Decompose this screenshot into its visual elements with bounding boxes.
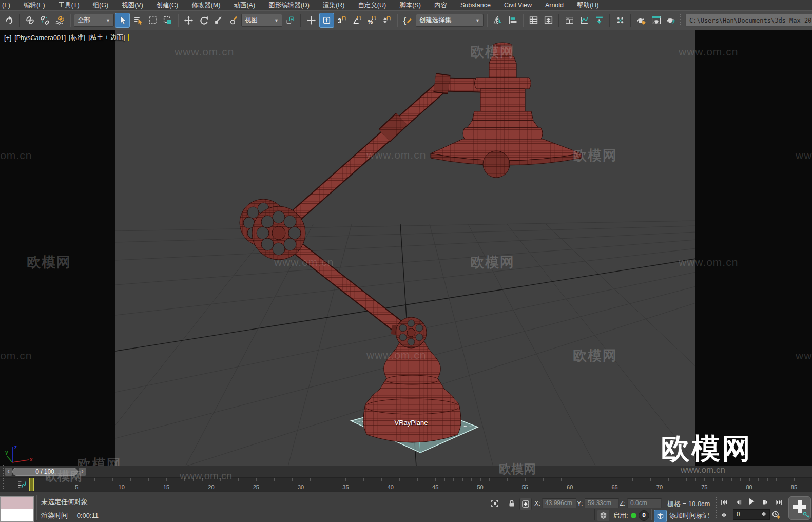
- track-bar[interactable]: 0510152025303540455055606570758085: [0, 478, 812, 491]
- window-crossing-toggle[interactable]: [161, 13, 175, 27]
- menu-item-7[interactable]: 动画(A): [227, 0, 262, 10]
- ruler-tick: [140, 478, 140, 481]
- y-coord-field[interactable]: 59.33cm: [585, 498, 619, 508]
- maxscript-macro-recorder[interactable]: [0, 496, 34, 509]
- key-mode-toggle[interactable]: [718, 509, 730, 520]
- rendered-frame-window-button[interactable]: [649, 13, 663, 27]
- use-pivot-point-center-button[interactable]: [283, 13, 297, 27]
- previous-frame-arrow[interactable]: ‹: [5, 468, 12, 476]
- frame-field-spinner[interactable]: [761, 509, 766, 519]
- go-to-end-button[interactable]: [773, 496, 785, 508]
- menu-item-4[interactable]: 视图(V): [115, 0, 150, 10]
- open-mini-curve-editor-button[interactable]: [15, 479, 28, 490]
- select-and-link-button[interactable]: [23, 13, 37, 27]
- maxscript-mini-listener[interactable]: [0, 509, 34, 522]
- isolate-selection-toggle[interactable]: [489, 498, 500, 509]
- viewport-style-menu[interactable]: [标准]: [69, 33, 85, 42]
- menu-item-8[interactable]: 图形编辑器(D): [262, 0, 316, 10]
- viewport-canvas[interactable]: VRayPlane VRayPlane [+] [PhysCamera001] …: [0, 30, 812, 466]
- menu-item-16[interactable]: 帮助(H): [570, 0, 605, 10]
- current-frame-marker[interactable]: [29, 478, 34, 491]
- viewport-shading-menu[interactable]: [粘土 + 边面]: [88, 33, 125, 42]
- viewport-pov-menu[interactable]: [+]: [4, 34, 11, 42]
- select-and-manipulate-button[interactable]: [304, 13, 318, 27]
- watermark: www.om.cn: [0, 149, 32, 162]
- percent-snap-toggle[interactable]: [365, 13, 379, 27]
- menu-item-5[interactable]: 创建(C): [150, 0, 185, 10]
- z-coord-field[interactable]: 0.0cm: [627, 498, 662, 508]
- time-slider-handle[interactable]: 0 / 100: [12, 468, 78, 476]
- x-coord-field[interactable]: 43.996cm: [542, 498, 576, 508]
- toggle-scene-explorer-button[interactable]: [527, 13, 540, 27]
- next-frame-arrow[interactable]: ›: [79, 468, 86, 476]
- angle-snap-toggle[interactable]: [350, 13, 364, 27]
- toggle-layer-explorer-button[interactable]: [542, 13, 555, 27]
- ruler-tick: [104, 478, 104, 481]
- toolbar-grip[interactable]: [679, 14, 683, 27]
- named-selection-sets-dropdown[interactable]: 创建选择集▼: [416, 14, 484, 27]
- set-key-button[interactable]: [788, 496, 811, 520]
- mirror-button[interactable]: [491, 13, 505, 27]
- time-configuration-button[interactable]: [770, 509, 782, 520]
- select-by-name-button[interactable]: [131, 13, 145, 27]
- security-count-badge[interactable]: 0: [639, 510, 649, 521]
- menu-item-2[interactable]: 工具(T): [52, 0, 86, 10]
- select-and-place-button[interactable]: [226, 13, 240, 27]
- menu-item-3[interactable]: 组(G): [86, 0, 115, 10]
- project-folder-dropdown[interactable]: C:\Users\Han\Documents\3ds Max 2022▼: [685, 14, 812, 27]
- menu-item-12[interactable]: 内容: [428, 0, 454, 10]
- selection-lock-toggle[interactable]: [506, 498, 517, 509]
- scene-security-button[interactable]: [597, 510, 609, 521]
- menu-item-0[interactable]: (F): [0, 0, 17, 10]
- timeline-ruler[interactable]: 0510152025303540455055606570758085: [30, 478, 812, 491]
- ruler-tick: [202, 478, 203, 481]
- menu-item-6[interactable]: 修改器(M): [185, 0, 227, 10]
- select-object-button[interactable]: [115, 13, 130, 28]
- render-production-button[interactable]: [664, 13, 678, 27]
- selection-filter-dropdown[interactable]: 全部▼: [74, 14, 114, 27]
- menu-item-9[interactable]: 渲染(R): [316, 0, 351, 10]
- spinner-snap-toggle[interactable]: [380, 13, 394, 27]
- schematic-view-button[interactable]: [592, 13, 606, 27]
- menu-item-10[interactable]: 自定义(U): [351, 0, 393, 10]
- add-time-tag-label[interactable]: 添加时间标记: [669, 511, 709, 520]
- ruler-frame-label: 80: [746, 484, 752, 490]
- time-slider-bar[interactable]: ‹ 0 / 100 ›: [0, 466, 812, 478]
- menu-item-11[interactable]: 脚本(S): [393, 0, 428, 10]
- time-tag-cube-button[interactable]: [654, 510, 667, 522]
- reference-coordinate-system-dropdown[interactable]: 视图▼: [241, 14, 282, 27]
- menu-item-13[interactable]: Substance: [454, 0, 497, 10]
- snap-toggle-3d-button[interactable]: [335, 13, 349, 27]
- redo-button[interactable]: [2, 13, 16, 27]
- ruler-tick: [516, 478, 516, 481]
- time-configuration-icon: [772, 511, 780, 519]
- previous-frame-button[interactable]: [732, 496, 744, 508]
- unlink-selection-button[interactable]: [38, 13, 52, 27]
- lamp-model[interactable]: [240, 43, 582, 442]
- ruler-frame-label: 25: [253, 484, 259, 490]
- menu-item-14[interactable]: Civil View: [497, 0, 538, 10]
- viewport-camera-menu[interactable]: [PhysCamera001]: [14, 34, 66, 42]
- window-crossing-icon: [163, 16, 172, 25]
- curve-editor-button[interactable]: [577, 13, 591, 27]
- material-editor-button[interactable]: [613, 13, 627, 27]
- menu-item-1[interactable]: 编辑(E): [17, 0, 52, 10]
- camera-safe-frame[interactable]: VRayPlane VRayPlane: [115, 30, 695, 466]
- select-and-rotate-button[interactable]: [197, 13, 210, 27]
- go-to-start-button[interactable]: [718, 496, 730, 508]
- absolute-mode-transform-button[interactable]: [519, 498, 532, 510]
- track-bar-grip[interactable]: [2, 478, 5, 491]
- align-button[interactable]: [506, 13, 519, 27]
- menu-item-15[interactable]: Arnold: [538, 0, 570, 10]
- play-button[interactable]: [745, 496, 758, 507]
- rectangular-selection-region-button[interactable]: [146, 13, 160, 27]
- bind-to-space-warp-button[interactable]: [53, 13, 67, 27]
- keyboard-shortcut-override-toggle[interactable]: [319, 13, 334, 28]
- toggle-ribbon-button[interactable]: [563, 13, 576, 27]
- render-setup-button[interactable]: [634, 13, 648, 27]
- select-and-scale-button[interactable]: [211, 13, 225, 27]
- next-frame-button[interactable]: [760, 496, 772, 508]
- edit-named-selection-sets-button[interactable]: [401, 13, 415, 27]
- select-and-move-button[interactable]: [182, 13, 196, 27]
- ruler-tick: [695, 478, 696, 481]
